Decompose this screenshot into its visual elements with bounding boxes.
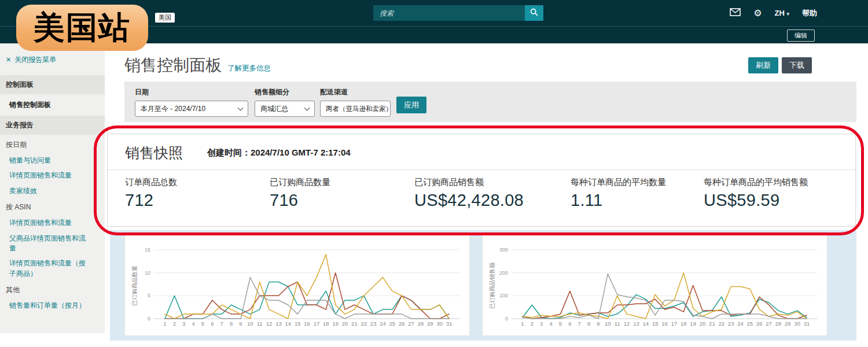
svg-text:29: 29 — [785, 320, 791, 327]
svg-text:15: 15 — [652, 320, 659, 327]
svg-text:4: 4 — [549, 320, 552, 327]
metric-value: 716 — [270, 191, 414, 210]
svg-text:22: 22 — [718, 320, 724, 327]
sidebar-item-seller-performance[interactable]: 卖家绩效 — [0, 182, 105, 197]
svg-text:4: 4 — [192, 320, 194, 327]
sidebar-item-sales-traffic[interactable]: 销量与访问量 — [0, 152, 105, 167]
svg-text:5: 5 — [201, 320, 204, 327]
charts-region: 0510151234567891011121314151617181920212… — [110, 230, 856, 341]
svg-text:18: 18 — [681, 320, 687, 327]
sidebar-header-business-reports: 业务报告 — [0, 116, 105, 135]
svg-text:17: 17 — [671, 320, 678, 327]
sidebar-close-report-menu[interactable]: ✕关闭报告菜单 — [0, 51, 105, 73]
svg-text:28: 28 — [775, 320, 782, 327]
download-button[interactable]: 下载 — [782, 57, 812, 73]
metric-total-order-items: 订单商品总数712 — [125, 177, 270, 210]
fulfillment-channel-label: 配送渠道 — [320, 87, 391, 97]
svg-text:300: 300 — [499, 247, 508, 253]
metric-label: 每种订单商品的平均数量 — [571, 177, 704, 188]
sidebar-item-detail-page-sales-traffic-asin[interactable]: 详情页面销售和流量 — [0, 214, 105, 229]
sales-snapshot-card: 销售快照 创建时间：2024/7/10 GMT-7 2:17:04 订单商品总数… — [107, 134, 856, 227]
svg-text:12: 12 — [624, 320, 630, 327]
svg-text:20: 20 — [700, 320, 706, 327]
refresh-button[interactable]: 刷新 — [748, 57, 778, 73]
sidebar-group-by-asin: 按 ASIN — [0, 197, 105, 214]
search-icon — [530, 8, 538, 18]
metric-ordered-product-sales: 已订购商品销售额US$42,428.08 — [414, 177, 571, 210]
metric-avg-units-per-order-item: 每种订单商品的平均数量1.11 — [571, 177, 704, 210]
sidebar-item-sales-orders-by-month[interactable]: 销售量和订单量（按月） — [0, 297, 105, 312]
svg-text:24: 24 — [380, 320, 386, 327]
svg-text:11: 11 — [615, 320, 620, 327]
snapshot-metrics: 订单商品总数712已订购商品数量716已订购商品销售额US$42,428.08每… — [108, 170, 855, 210]
sales-breakdown-select[interactable]: 商城汇总 — [255, 101, 315, 117]
svg-text:25: 25 — [747, 320, 753, 327]
svg-text:5: 5 — [148, 293, 150, 298]
sidebar-header-dashboards: 控制面板 — [0, 75, 105, 94]
svg-text:0: 0 — [148, 316, 150, 322]
svg-text:5: 5 — [559, 320, 562, 327]
svg-text:24: 24 — [737, 320, 744, 327]
units-ordered-chart: 0510151234567891011121314151617181920212… — [124, 232, 470, 336]
ordered-product-sales-chart: 0100200300123456789101112131415161718192… — [482, 232, 827, 336]
svg-text:20: 20 — [342, 320, 348, 327]
sales-breakdown-label: 销售额细分 — [255, 87, 315, 97]
sidebar-item-parent-detail-page[interactable]: 父商品详情页面销售和流量 — [0, 230, 105, 255]
svg-text:30: 30 — [436, 320, 443, 327]
sidebar-item-detail-page-sales-traffic[interactable]: 详情页面销售和流量 — [0, 167, 105, 182]
metric-value: 1.11 — [571, 191, 704, 210]
svg-text:19: 19 — [690, 320, 696, 327]
metric-label: 订单商品总数 — [125, 177, 270, 188]
metric-value: US$42,428.08 — [414, 191, 571, 210]
learn-more-link[interactable]: 了解更多信息 — [227, 64, 271, 73]
svg-text:14: 14 — [643, 320, 649, 327]
svg-text:6: 6 — [568, 320, 571, 327]
edit-button[interactable]: 编辑 — [787, 29, 815, 42]
svg-text:31: 31 — [804, 320, 810, 327]
svg-text:23: 23 — [728, 320, 734, 327]
apply-button[interactable]: 应用 — [396, 97, 426, 113]
ordered-product-sales-chart-svg: 0100200300123456789101112131415161718192… — [483, 232, 827, 335]
sidebar-group-other: 其他 — [0, 280, 105, 297]
chevron-down-icon — [238, 105, 244, 111]
svg-text:2: 2 — [531, 320, 534, 327]
svg-text:2: 2 — [173, 320, 176, 327]
snapshot-created-time: 创建时间：2024/7/10 GMT-7 2:17:04 — [207, 147, 351, 158]
metric-label: 每种订单商品的平均销售额 — [704, 177, 808, 188]
svg-text:14: 14 — [285, 320, 292, 327]
messages-envelope-icon[interactable] — [730, 8, 741, 18]
svg-text:26: 26 — [399, 320, 405, 327]
svg-text:21: 21 — [351, 320, 358, 327]
close-icon: ✕ — [6, 56, 11, 64]
marketplace-switcher[interactable]: 美国 — [155, 13, 175, 23]
svg-text:0: 0 — [505, 316, 508, 322]
svg-text:3: 3 — [182, 320, 185, 327]
sidebar-group-by-date: 按日期 — [0, 135, 105, 152]
svg-text:10: 10 — [247, 320, 253, 327]
svg-text:7: 7 — [220, 320, 223, 327]
svg-text:8: 8 — [587, 320, 590, 327]
svg-text:8: 8 — [230, 320, 233, 327]
sidebar-item-sales-dashboard[interactable]: 销售控制面板 — [0, 94, 105, 113]
header-actions: 刷新 下载 — [748, 57, 812, 73]
svg-text:16: 16 — [304, 320, 310, 327]
page-title: 销售控制面板 — [124, 54, 222, 76]
help-link[interactable]: 帮助 — [802, 8, 817, 19]
filter-bar: 日期 本月至今 - 2024/7/10 销售额细分 商城汇总 配送渠道 两者（亚… — [124, 82, 856, 122]
search-button[interactable] — [525, 5, 543, 21]
metric-label: 已订购商品数量 — [270, 177, 414, 188]
fulfillment-channel-select[interactable]: 两者（亚马逊和卖家） — [320, 101, 391, 117]
svg-text:18: 18 — [323, 320, 329, 327]
settings-gear-icon[interactable]: ⚙ — [753, 9, 762, 18]
search-input[interactable] — [373, 5, 525, 21]
svg-text:21: 21 — [709, 320, 715, 327]
sidebar-item-child-detail-page[interactable]: 详情页面销售和流量（按子商品） — [0, 254, 105, 280]
svg-text:200: 200 — [499, 270, 508, 276]
svg-text:1: 1 — [163, 320, 166, 327]
language-selector[interactable]: ZH ▾ — [775, 9, 790, 17]
svg-text:10: 10 — [605, 320, 611, 327]
sidebar-close-label: 关闭报告菜单 — [14, 55, 56, 65]
metric-units-ordered: 已订购商品数量716 — [270, 177, 414, 210]
search-bar — [373, 5, 543, 21]
date-range-select[interactable]: 本月至今 - 2024/7/10 — [135, 101, 248, 117]
